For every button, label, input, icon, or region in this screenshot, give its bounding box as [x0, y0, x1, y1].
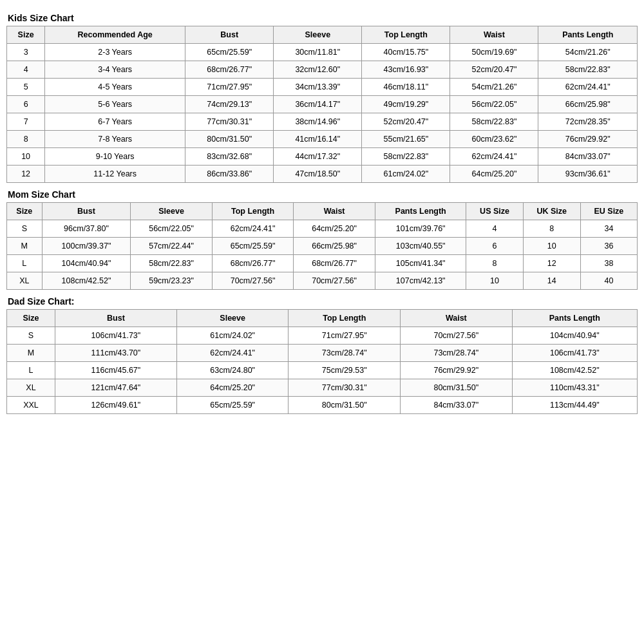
table-cell: 116cm/45.67"	[55, 362, 176, 379]
table-cell: 36cm/14.17"	[274, 96, 362, 113]
table-cell: 38	[580, 255, 637, 272]
table-cell: 50cm/19.69"	[450, 44, 538, 61]
table-cell: 66cm/25.98"	[538, 96, 638, 113]
table-cell: 59cm/23.23"	[131, 272, 213, 290]
table-cell: 44cm/17.32"	[274, 148, 362, 166]
table-cell: 80cm/31.50"	[185, 131, 274, 148]
column-header: Waist	[450, 26, 538, 44]
mom-header-row: SizeBustSleeveTop LengthWaistPants Lengt…	[7, 203, 638, 220]
mom-table: SizeBustSleeveTop LengthWaistPants Lengt…	[6, 202, 638, 290]
table-cell: XL	[7, 272, 43, 290]
table-cell: 104cm/40.94"	[42, 255, 131, 272]
table-cell: 2-3 Years	[45, 44, 185, 61]
table-cell: 77cm/30.31"	[185, 113, 274, 131]
table-cell: M	[7, 238, 43, 255]
table-cell: 113cm/44.49"	[512, 397, 637, 414]
column-header: Size	[7, 203, 43, 220]
column-header: Size	[7, 26, 45, 44]
column-header: Sleeve	[274, 26, 362, 44]
table-cell: 40	[580, 272, 637, 290]
kids-title: Kids Size Chart	[6, 13, 638, 23]
column-header: Sleeve	[176, 310, 289, 327]
table-cell: 56cm/22.05"	[131, 220, 213, 238]
table-cell: 105cm/41.34"	[375, 255, 466, 272]
table-cell: 30cm/11.81"	[274, 44, 362, 61]
dad-title: Dad Size Chart:	[6, 296, 638, 307]
table-cell: 38cm/14.96"	[274, 113, 362, 131]
table-row: L104cm/40.94"58cm/22.83"68cm/26.77"68cm/…	[7, 255, 638, 272]
table-row: 109-10 Years83cm/32.68"44cm/17.32"58cm/2…	[7, 148, 638, 166]
mom-title: Mom Size Chart	[6, 189, 638, 200]
table-cell: 3	[7, 44, 45, 61]
table-cell: 4	[466, 220, 523, 238]
table-cell: 60cm/23.62"	[450, 131, 538, 148]
table-cell: 65cm/25.59"	[185, 44, 274, 61]
table-row: XL121cm/47.64"64cm/25.20"77cm/30.31"80cm…	[7, 379, 638, 397]
table-cell: 57cm/22.44"	[131, 238, 213, 255]
column-header: Bust	[185, 26, 274, 44]
table-cell: 84cm/33.07"	[401, 397, 513, 414]
table-cell: 68cm/26.77"	[294, 255, 375, 272]
column-header: Bust	[55, 310, 176, 327]
table-row: 76-7 Years77cm/30.31"38cm/14.96"52cm/20.…	[7, 113, 638, 131]
table-cell: 8	[466, 255, 523, 272]
column-header: UK Size	[523, 203, 580, 220]
table-row: 1211-12 Years86cm/33.86"47cm/18.50"61cm/…	[7, 166, 638, 183]
table-cell: 76cm/29.92"	[401, 362, 513, 379]
table-cell: 70cm/27.56"	[401, 327, 513, 345]
table-cell: 10	[523, 238, 580, 255]
table-cell: 111cm/43.70"	[55, 345, 176, 362]
table-cell: S	[7, 327, 55, 345]
table-row: XL108cm/42.52"59cm/23.23"70cm/27.56"70cm…	[7, 272, 638, 290]
table-cell: 63cm/24.80"	[176, 362, 289, 379]
table-cell: 75cm/29.53"	[289, 362, 401, 379]
table-cell: 10	[7, 148, 45, 166]
table-cell: 56cm/22.05"	[450, 96, 538, 113]
column-header: Size	[7, 310, 55, 327]
table-cell: 72cm/28.35"	[538, 113, 638, 131]
table-cell: 68cm/26.77"	[185, 61, 274, 79]
column-header: Pants Length	[538, 26, 638, 44]
table-cell: 64cm/25.20"	[450, 166, 538, 183]
table-row: S96cm/37.80"56cm/22.05"62cm/24.41"64cm/2…	[7, 220, 638, 238]
table-cell: 43cm/16.93"	[362, 61, 450, 79]
table-cell: 41cm/16.14"	[274, 131, 362, 148]
table-cell: 40cm/15.75"	[362, 44, 450, 61]
table-cell: 66cm/25.98"	[294, 238, 375, 255]
table-cell: L	[7, 255, 43, 272]
table-cell: 121cm/47.64"	[55, 379, 176, 397]
table-cell: 7-8 Years	[45, 131, 185, 148]
table-cell: 71cm/27.95"	[289, 327, 401, 345]
table-cell: 84cm/33.07"	[538, 148, 638, 166]
table-cell: 65cm/25.59"	[176, 397, 289, 414]
table-row: 65-6 Years74cm/29.13"36cm/14.17"49cm/19.…	[7, 96, 638, 113]
table-cell: 110cm/43.31"	[512, 379, 637, 397]
table-row: 32-3 Years65cm/25.59"30cm/11.81"40cm/15.…	[7, 44, 638, 61]
table-cell: 107cm/42.13"	[375, 272, 466, 290]
table-cell: 55cm/21.65"	[362, 131, 450, 148]
column-header: Top Length	[289, 310, 401, 327]
table-cell: 62cm/24.41"	[538, 79, 638, 96]
table-cell: 80cm/31.50"	[289, 397, 401, 414]
kids-table: SizeRecommended AgeBustSleeveTop LengthW…	[6, 26, 638, 183]
column-header: Waist	[401, 310, 513, 327]
table-row: XXL126cm/49.61"65cm/25.59"80cm/31.50"84c…	[7, 397, 638, 414]
table-cell: 32cm/12.60"	[274, 61, 362, 79]
kids-section: Kids Size Chart SizeRecommended AgeBustS…	[6, 13, 638, 183]
table-cell: 86cm/33.86"	[185, 166, 274, 183]
table-cell: 83cm/32.68"	[185, 148, 274, 166]
table-cell: XXL	[7, 397, 55, 414]
table-cell: 10	[466, 272, 523, 290]
column-header: Waist	[294, 203, 375, 220]
table-cell: 64cm/25.20"	[176, 379, 289, 397]
table-cell: 70cm/27.56"	[212, 272, 294, 290]
table-cell: 76cm/29.92"	[538, 131, 638, 148]
column-header: EU Size	[580, 203, 637, 220]
table-cell: 73cm/28.74"	[289, 345, 401, 362]
table-cell: 36	[580, 238, 637, 255]
table-cell: 58cm/22.83"	[450, 113, 538, 131]
dad-section: Dad Size Chart: SizeBustSleeveTop Length…	[6, 296, 638, 414]
table-cell: 101cm/39.76"	[375, 220, 466, 238]
table-cell: 77cm/30.31"	[289, 379, 401, 397]
table-cell: 58cm/22.83"	[538, 61, 638, 79]
